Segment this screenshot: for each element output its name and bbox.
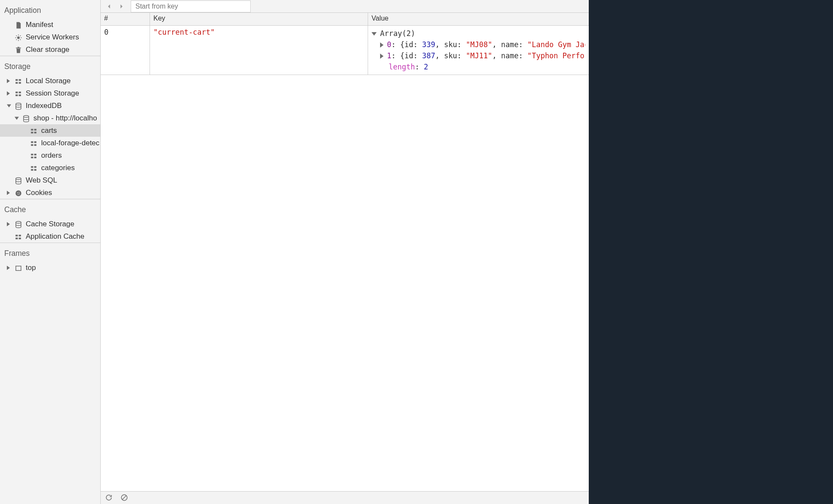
main-panel: # Key Value 0 "current-cart" Array(2) 0:… [101,0,589,504]
svg-rect-11 [31,129,33,130]
svg-rect-4 [19,82,21,84]
item-label: Service Workers [26,33,79,41]
svg-rect-34 [15,234,18,236]
sidebar-item-local-storage[interactable]: Local Storage [0,75,100,87]
svg-rect-18 [34,144,36,146]
frame-icon [15,264,22,271]
chevron-right-icon[interactable] [380,42,384,48]
chevron-down-icon[interactable] [7,104,11,107]
table-area: # Key Value 0 "current-cart" Array(2) 0:… [101,13,589,491]
sidebar-item-service-workers[interactable]: Service Workers [0,31,100,43]
svg-rect-36 [15,237,18,239]
prop-id-val: 387 [422,51,435,60]
svg-rect-13 [31,132,33,133]
chevron-right-icon[interactable] [380,54,384,59]
svg-rect-35 [19,234,21,236]
chevron-right-icon[interactable] [7,222,10,226]
item-label: Manifest [26,21,53,29]
section-title-cache: Cache [0,199,100,218]
svg-point-30 [19,192,20,192]
sidebar-item-indexeddb[interactable]: IndexedDB [0,99,100,112]
chevron-down-icon[interactable] [15,117,19,120]
sidebar-item-session-storage[interactable]: Session Storage [0,87,100,99]
svg-rect-19 [31,153,33,155]
database-icon [22,114,30,122]
sidebar-item-store-categories[interactable]: categories [0,162,100,174]
cell-index: 0 [101,26,150,75]
chevron-right-icon[interactable] [7,79,10,83]
sidebar-item-websql[interactable]: Web SQL [0,174,100,186]
right-dark-pane [590,0,833,504]
frames-tree: top [0,261,100,274]
prev-page-button[interactable] [104,1,114,12]
prop-name-label: name [501,51,518,60]
footer [101,491,589,504]
prop-sku-val: "MJ11" [466,51,492,60]
svg-rect-20 [34,153,36,155]
header-value[interactable]: Value [368,13,589,25]
value-array-item[interactable]: 1: {id: 387, sku: "MJ11", name: "Typhon … [372,50,585,61]
start-key-input[interactable] [131,0,251,12]
grid-icon [30,164,38,171]
section-title-application: Application [0,0,100,18]
cache-tree: Cache Storage Application Cache [0,218,100,243]
sidebar-item-clear-storage[interactable]: Clear storage [0,43,100,56]
next-page-button[interactable] [116,1,126,12]
sidebar: Application Manifest Service Workers Cle… [0,0,101,504]
svg-rect-6 [19,91,21,93]
chevron-right-icon[interactable] [7,191,10,195]
prop-id-label: id [405,51,413,60]
sidebar-item-store-orders[interactable]: orders [0,149,100,162]
value-array-item[interactable]: 0: {id: 339, sku: "MJ08", name: "Lando G… [372,39,585,50]
value-summary[interactable]: Array(2) [372,28,585,39]
chevron-right-icon[interactable] [7,91,10,96]
storage-tree: Local Storage Session Storage IndexedDB … [0,75,100,199]
item-label: Local Storage [26,77,71,85]
sidebar-item-manifest[interactable]: Manifest [0,18,100,31]
svg-point-10 [24,115,29,117]
item-label: Session Storage [26,89,79,97]
svg-point-31 [18,194,18,195]
cell-key: "current-cart" [150,26,368,75]
chevron-right-icon[interactable] [7,266,10,270]
svg-rect-23 [31,166,33,168]
svg-rect-7 [15,94,18,96]
cell-value: Array(2) 0: {id: 339, sku: "MJ08", name:… [368,26,589,75]
item-label: Cache Storage [26,220,74,228]
gear-icon [15,33,22,41]
chevron-down-icon[interactable] [372,32,377,36]
prop-id-label: id [405,40,413,49]
database-icon [15,220,22,228]
sidebar-item-cache-storage[interactable]: Cache Storage [0,218,100,230]
sidebar-item-store-localforage[interactable]: local-forage-detec [0,137,100,149]
svg-rect-21 [31,156,33,158]
prop-id-val: 339 [422,40,435,49]
item-label: orders [41,151,62,159]
table-header: # Key Value [101,13,589,26]
sidebar-item-application-cache[interactable]: Application Cache [0,230,100,243]
svg-point-33 [16,221,21,223]
svg-rect-17 [31,144,33,146]
svg-point-9 [16,103,21,105]
svg-rect-3 [15,82,18,84]
clear-button[interactable] [120,494,129,502]
svg-rect-8 [19,94,21,96]
svg-point-27 [16,177,21,180]
header-key[interactable]: Key [150,13,368,25]
sidebar-item-cookies[interactable]: Cookies [0,186,100,199]
svg-rect-5 [15,91,18,93]
svg-rect-22 [34,156,36,158]
sidebar-item-frame-top[interactable]: top [0,261,100,274]
header-index[interactable]: # [101,13,150,25]
sidebar-item-store-carts[interactable]: carts [0,124,100,137]
svg-point-32 [19,193,20,194]
svg-point-29 [17,192,18,193]
prop-sku-label: sku [444,40,457,49]
refresh-button[interactable] [105,494,114,502]
table-row[interactable]: 0 "current-cart" Array(2) 0: {id: 339, s… [101,26,589,75]
section-title-frames: Frames [0,243,100,261]
grid-icon [30,126,38,134]
sidebar-item-indexeddb-shop[interactable]: shop - http://localho [0,112,100,124]
length-label: length [389,63,415,71]
database-icon [15,176,22,184]
